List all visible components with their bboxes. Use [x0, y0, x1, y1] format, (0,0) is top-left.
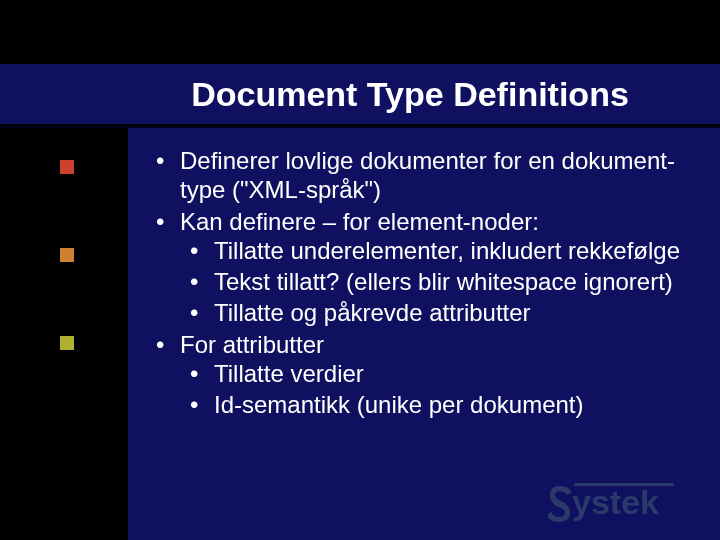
- bullet-text: Tekst tillatt? (ellers blir whitespace i…: [214, 268, 673, 295]
- sub-bullet-item: Tillatte og påkrevde attributter: [180, 298, 704, 327]
- bullet-text: For attributter: [180, 331, 324, 358]
- sub-bullet-list: Tillatte verdier Id-semantikk (unike per…: [180, 359, 704, 420]
- left-sidebar: [0, 128, 128, 540]
- sub-bullet-item: Tekst tillatt? (ellers blir whitespace i…: [180, 267, 704, 296]
- slide-title: Document Type Definitions: [191, 75, 629, 114]
- bullet-text: Kan definere – for element-noder:: [180, 208, 539, 235]
- slide: Document Type Definitions Definerer lovl…: [0, 0, 720, 540]
- sub-bullet-item: Tillatte underelementer, inkludert rekke…: [180, 236, 704, 265]
- bullet-text: Definerer lovlige dokumenter for en doku…: [180, 147, 675, 203]
- bullet-item: Kan definere – for element-noder: Tillat…: [146, 207, 704, 328]
- logo-letter-s: [548, 486, 572, 522]
- bullet-item: Definerer lovlige dokumenter for en doku…: [146, 146, 704, 205]
- sub-bullet-item: Id-semantikk (unike per dokument): [180, 390, 704, 419]
- bullet-text: Id-semantikk (unike per dokument): [214, 391, 584, 418]
- systek-logo-svg: ystek: [548, 478, 698, 522]
- logo: ystek: [548, 478, 698, 522]
- bullet-text: Tillatte verdier: [214, 360, 364, 387]
- logo-overline: [574, 483, 674, 486]
- logo-text: ystek: [572, 483, 659, 521]
- decor-square-olive: [60, 336, 74, 350]
- bullet-text: Tillatte underelementer, inkludert rekke…: [214, 237, 680, 264]
- bullet-list: Definerer lovlige dokumenter for en doku…: [146, 146, 704, 419]
- title-strip: Document Type Definitions: [0, 62, 720, 126]
- sub-bullet-list: Tillatte underelementer, inkludert rekke…: [180, 236, 704, 328]
- bullet-item: For attributter Tillatte verdier Id-sema…: [146, 330, 704, 420]
- sub-bullet-item: Tillatte verdier: [180, 359, 704, 388]
- top-black-bar: [0, 0, 720, 62]
- decor-square-red: [60, 160, 74, 174]
- decor-square-orange: [60, 248, 74, 262]
- bullet-text: Tillatte og påkrevde attributter: [214, 299, 531, 326]
